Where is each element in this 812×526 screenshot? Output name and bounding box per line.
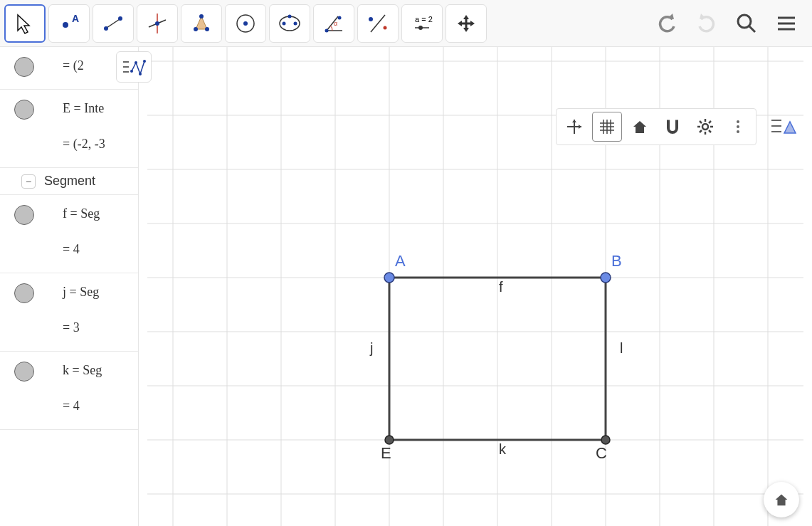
point-label-A: A <box>395 252 406 270</box>
top-right-controls <box>654 11 808 36</box>
point-A[interactable] <box>384 273 394 283</box>
main-area: = (2 E = Inte = (-2, -3 − Segment f = Se… <box>0 47 812 526</box>
grid-toggle-button[interactable] <box>592 112 622 142</box>
svg-point-40 <box>143 60 146 63</box>
algebra-row[interactable]: k = Seg = 4 <box>0 352 138 430</box>
svg-point-24 <box>369 17 373 21</box>
home-floating-button[interactable] <box>764 482 799 517</box>
svg-point-16 <box>294 21 297 25</box>
angle-tool-button[interactable]: α <box>313 4 354 43</box>
reflect-tool-button[interactable] <box>357 4 399 43</box>
svg-point-28 <box>418 26 423 30</box>
snap-button[interactable] <box>658 112 687 142</box>
svg-point-13 <box>243 21 248 26</box>
svg-point-0 <box>63 22 68 28</box>
svg-point-83 <box>737 130 739 133</box>
algebra-value: = (2 <box>63 54 84 77</box>
algebra-def: f = Seg = 4 <box>63 202 100 261</box>
segment-label-l: l <box>620 340 623 356</box>
svg-marker-87 <box>784 122 796 133</box>
search-button[interactable] <box>734 11 759 36</box>
svg-point-21 <box>325 28 329 32</box>
segment-label-f: f <box>499 279 503 295</box>
slider-tool-button[interactable]: a = 2 <box>401 4 443 43</box>
section-label: Segment <box>44 174 95 189</box>
svg-point-38 <box>135 61 137 64</box>
top-toolbar: A α a = 2 <box>0 0 812 47</box>
svg-point-7 <box>155 21 159 26</box>
graphics-toolbar <box>556 108 756 145</box>
visibility-toggle[interactable] <box>14 205 34 225</box>
point-E[interactable] <box>385 436 394 444</box>
move-view-tool-button[interactable] <box>445 4 487 43</box>
redo-button[interactable] <box>694 11 719 36</box>
svg-line-77 <box>700 121 702 123</box>
svg-point-4 <box>118 16 122 21</box>
visibility-toggle[interactable] <box>14 283 34 303</box>
point-B[interactable] <box>601 273 611 283</box>
svg-point-39 <box>139 73 142 75</box>
svg-point-82 <box>737 125 739 128</box>
svg-point-15 <box>283 21 286 25</box>
undo-button[interactable] <box>654 11 680 36</box>
svg-line-78 <box>709 130 711 132</box>
svg-point-72 <box>702 124 708 130</box>
perpendicular-tool-button[interactable] <box>137 4 178 43</box>
svg-line-30 <box>749 26 755 32</box>
tool-group: A α a = 2 <box>4 4 487 43</box>
svg-point-11 <box>199 14 204 19</box>
algebra-row[interactable]: f = Seg = 4 <box>0 195 138 273</box>
svg-point-25 <box>384 26 387 29</box>
point-label-B: B <box>611 252 622 270</box>
algebra-def: E = Inte = (-2, -3 <box>63 97 105 156</box>
algebra-row[interactable]: j = Seg = 3 <box>0 273 138 352</box>
point-label-E: E <box>381 444 391 462</box>
move-tool-button[interactable] <box>4 4 46 43</box>
svg-point-17 <box>288 14 292 18</box>
algebra-view-mode-toggle[interactable] <box>116 51 152 83</box>
collapse-toggle[interactable]: − <box>21 174 36 189</box>
svg-point-29 <box>738 15 751 28</box>
algebra-row[interactable]: E = Inte = (-2, -3 <box>0 90 138 168</box>
algebra-view: = (2 E = Inte = (-2, -3 − Segment f = Se… <box>0 47 139 526</box>
visibility-toggle[interactable] <box>14 362 34 382</box>
segment-label-j: j <box>369 340 373 356</box>
segment-label-k: k <box>499 441 507 457</box>
menu-button[interactable] <box>774 11 799 36</box>
svg-text:A: A <box>72 13 79 24</box>
algebra-def: k = Seg = 4 <box>63 359 102 418</box>
svg-text:a = 2: a = 2 <box>415 15 433 23</box>
polygon-tool-button[interactable] <box>181 4 222 43</box>
graphics-view[interactable]: f j k l A B E C <box>139 47 812 526</box>
point-C[interactable] <box>601 436 610 444</box>
svg-point-37 <box>130 70 133 73</box>
home-view-button[interactable] <box>625 112 655 142</box>
svg-line-23 <box>371 15 385 32</box>
svg-point-3 <box>104 26 108 31</box>
style-bar-toggle[interactable] <box>765 108 801 144</box>
visibility-toggle[interactable] <box>14 100 34 120</box>
point-tool-button[interactable]: A <box>48 4 90 43</box>
svg-line-80 <box>709 121 711 123</box>
svg-point-10 <box>205 27 209 31</box>
svg-point-22 <box>338 16 342 19</box>
svg-point-9 <box>194 27 198 31</box>
line-tool-button[interactable] <box>93 4 134 43</box>
svg-text:α: α <box>334 20 337 27</box>
visibility-toggle[interactable] <box>14 57 34 77</box>
point-label-C: C <box>596 444 607 462</box>
settings-button[interactable] <box>690 112 720 142</box>
algebra-def: j = Seg = 3 <box>63 280 99 340</box>
svg-point-81 <box>737 120 739 123</box>
svg-line-79 <box>700 130 702 132</box>
axes-toggle-button[interactable] <box>559 112 589 142</box>
circle-tool-button[interactable] <box>225 4 266 43</box>
ellipse-tool-button[interactable] <box>269 4 310 43</box>
section-header-segment[interactable]: − Segment <box>0 168 138 195</box>
more-options-button[interactable] <box>723 112 753 142</box>
